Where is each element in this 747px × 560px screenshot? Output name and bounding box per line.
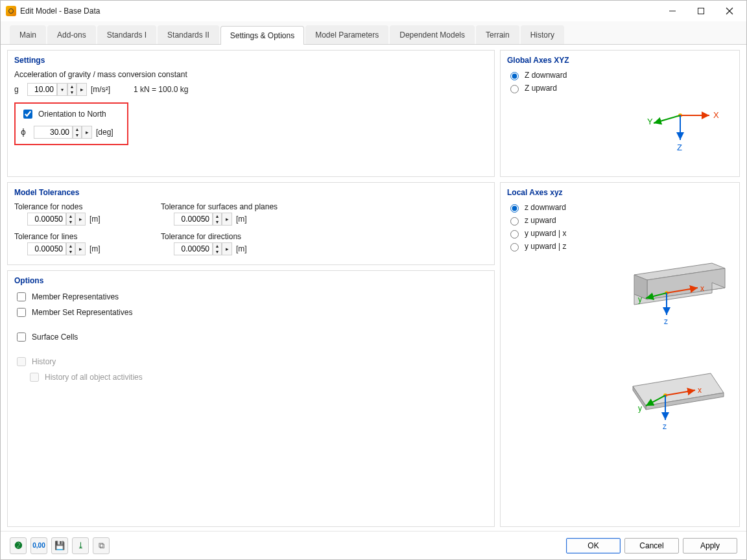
local-y-up-x-radio[interactable]: [510, 230, 519, 239]
tol-nodes-input[interactable]: [27, 213, 66, 226]
opt-member-set-rep[interactable]: Member Set Representatives: [14, 306, 488, 319]
panel-local-axes: Local Axes xyz z downward z upward y upw…: [500, 182, 740, 527]
tab-model-parameters[interactable]: Model Parameters: [305, 25, 388, 44]
cancel-button[interactable]: Cancel: [624, 538, 679, 554]
tol-lines-unit: [m]: [89, 244, 101, 253]
phi-input[interactable]: [34, 126, 73, 139]
orientation-checkbox-row[interactable]: Orientation to North: [21, 108, 122, 121]
beam-icon: x y z: [621, 255, 731, 333]
tol-surfaces-input[interactable]: [174, 213, 213, 226]
tab-main[interactable]: Main: [10, 25, 46, 44]
svg-text:X: X: [713, 110, 719, 120]
panel-title-options: Options: [14, 276, 488, 285]
panel-options: Options Member Representatives Member Se…: [7, 270, 495, 527]
local-z-up[interactable]: z upward: [507, 215, 733, 226]
help-button[interactable]: ➋: [10, 537, 27, 554]
tol-surfaces-unit: [m]: [236, 215, 247, 224]
local-y-up-x[interactable]: y upward | x: [507, 228, 733, 239]
local-z-up-label: z upward: [525, 216, 556, 225]
local-z-up-radio[interactable]: [510, 217, 519, 226]
window-title: Edit Model - Base Data: [20, 6, 658, 16]
global-z-up-radio[interactable]: [510, 85, 519, 93]
units-button[interactable]: 0,00: [30, 537, 47, 554]
g-dropdown-button[interactable]: ▾: [57, 83, 67, 96]
tol-directions-input[interactable]: [174, 242, 213, 255]
local-z-down[interactable]: z downward: [507, 202, 733, 213]
save-icon: 💾: [54, 541, 65, 550]
opt-surface-cells[interactable]: Surface Cells: [14, 331, 488, 344]
local-y-up-z[interactable]: y upward | z: [507, 241, 733, 251]
svg-text:x: x: [700, 284, 704, 293]
panel-title-settings: Settings: [14, 56, 488, 65]
tol-lines-input[interactable]: [27, 242, 66, 255]
right-column: Global Axes XYZ Z downward Z upward: [500, 50, 740, 527]
svg-text:z: z: [663, 422, 667, 431]
global-z-down[interactable]: Z downward: [507, 70, 733, 80]
tol-nodes-arrow[interactable]: ▸: [75, 213, 86, 226]
local-z-down-radio[interactable]: [510, 204, 519, 213]
close-button[interactable]: [715, 1, 744, 21]
tab-bar: Main Add-ons Standards I Standards II Se…: [1, 21, 746, 45]
tab-terrain[interactable]: Terrain: [476, 25, 519, 44]
opt-surface-cells-checkbox[interactable]: [17, 332, 26, 342]
g-input[interactable]: [27, 83, 57, 96]
phi-spinner[interactable]: ▲▼: [73, 126, 82, 139]
panel-title-global-axes: Global Axes XYZ: [507, 56, 733, 65]
save-template-button[interactable]: 💾: [51, 537, 68, 554]
tab-standards-1[interactable]: Standards I: [97, 25, 156, 44]
opt-history-all-label: History of all object activities: [45, 373, 143, 382]
phi-arrow-button[interactable]: ▸: [82, 126, 92, 139]
opt-history-label: History: [32, 357, 56, 366]
tol-nodes-unit: [m]: [89, 215, 101, 224]
tol-directions-unit: [m]: [236, 244, 247, 253]
tol-nodes-spinner[interactable]: ▲▼: [66, 213, 75, 226]
tab-settings-options[interactable]: Settings & Options: [220, 26, 304, 45]
phi-symbol: ϕ: [21, 128, 30, 137]
tab-dependent-models[interactable]: Dependent Models: [390, 25, 475, 44]
maximize-button[interactable]: [687, 1, 715, 21]
svg-line-7: [654, 115, 680, 123]
opt-surface-cells-label: Surface Cells: [32, 332, 78, 342]
global-axes-preview: X Y Z: [507, 100, 733, 178]
tol-directions-spinner[interactable]: ▲▼: [213, 242, 222, 255]
tab-history[interactable]: History: [521, 25, 564, 44]
minimize-button[interactable]: [658, 1, 687, 21]
phi-field-group: ▲▼ ▸: [34, 126, 92, 139]
local-y-up-z-radio[interactable]: [510, 243, 519, 251]
opt-member-rep-checkbox[interactable]: [17, 292, 26, 301]
tol-surfaces-arrow[interactable]: ▸: [222, 213, 232, 226]
opt-member-set-rep-label: Member Set Representatives: [32, 308, 132, 317]
svg-text:x: x: [698, 386, 702, 395]
tab-addons[interactable]: Add-ons: [47, 25, 96, 44]
local-axes-beam-preview: x y z: [507, 258, 733, 349]
tol-directions: Tolerance for directions ▲▼▸ [m]: [161, 232, 303, 259]
window-controls: [658, 1, 744, 21]
g-unit: [m/s²]: [91, 85, 110, 94]
global-z-down-radio[interactable]: [510, 72, 519, 80]
svg-text:Z: Z: [677, 143, 682, 152]
panel-settings: Settings Acceleration of gravity / mass …: [7, 50, 495, 177]
tol-lines-arrow[interactable]: ▸: [75, 242, 86, 255]
tol-directions-arrow[interactable]: ▸: [222, 242, 232, 255]
orientation-label: Orientation to North: [38, 110, 106, 119]
apply-button[interactable]: Apply: [683, 538, 737, 554]
g-symbol: g: [14, 85, 23, 94]
global-z-up[interactable]: Z upward: [507, 83, 733, 93]
accel-label: Acceleration of gravity / mass conversio…: [14, 70, 488, 79]
copy-button[interactable]: ⧉: [93, 537, 110, 554]
g-spinner[interactable]: ▲▼: [67, 83, 77, 96]
tab-standards-2[interactable]: Standards II: [158, 25, 219, 44]
tol-surfaces-spinner[interactable]: ▲▼: [213, 213, 222, 226]
g-arrow-button[interactable]: ▸: [77, 83, 87, 96]
svg-text:y: y: [638, 295, 642, 304]
load-template-button[interactable]: ⤓: [72, 537, 89, 554]
tol-lines-spinner[interactable]: ▲▼: [66, 242, 75, 255]
g-row: g ▾ ▲▼ ▸ [m/s²] 1 kN = 100.0 kg: [14, 83, 488, 96]
opt-history-checkbox: [17, 357, 26, 366]
opt-member-rep[interactable]: Member Representatives: [14, 290, 488, 303]
ok-button[interactable]: OK: [566, 538, 621, 554]
opt-member-set-rep-checkbox[interactable]: [17, 308, 26, 317]
orientation-checkbox[interactable]: [23, 110, 32, 119]
footer: ➋ 0,00 💾 ⤓ ⧉ OK Cancel Apply: [1, 531, 746, 559]
content: Settings Acceleration of gravity / mass …: [1, 45, 746, 531]
